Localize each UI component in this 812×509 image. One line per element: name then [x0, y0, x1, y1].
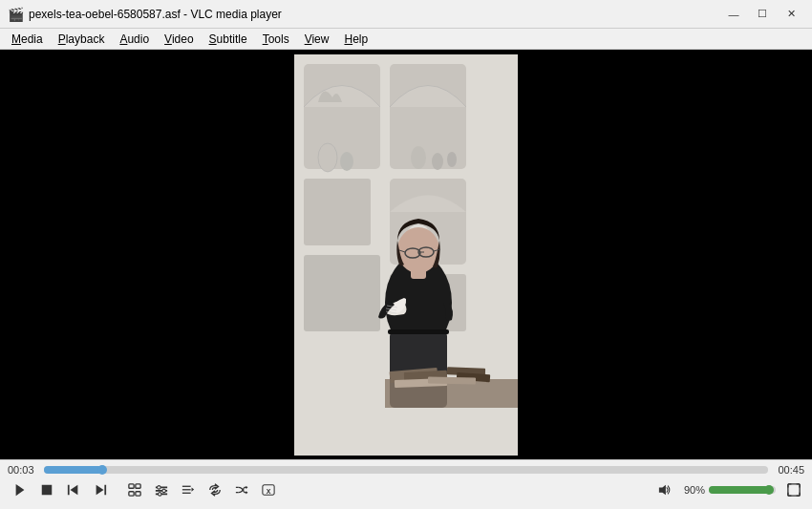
volume-button[interactable] [655, 479, 674, 500]
close-button[interactable]: ✕ [778, 5, 804, 24]
menu-media-label: Media [11, 32, 43, 46]
svg-point-11 [432, 153, 443, 170]
fullscreen-button[interactable] [783, 479, 804, 500]
svg-rect-39 [68, 485, 70, 496]
minimize-button[interactable]: — [720, 5, 747, 24]
svg-point-51 [162, 489, 166, 493]
playlist-icon [182, 483, 195, 497]
loop-icon [208, 483, 222, 497]
menu-help[interactable]: Help [336, 29, 375, 49]
svg-rect-43 [129, 484, 134, 488]
menu-media[interactable]: Media [4, 29, 51, 49]
x-button[interactable]: X [256, 479, 281, 500]
svg-marker-62 [246, 491, 247, 495]
next-button[interactable] [88, 479, 113, 500]
stop-icon [40, 483, 53, 497]
window-title: pexels-tea-oebel-6580587.asf - VLC media… [29, 8, 720, 21]
svg-rect-26 [388, 329, 449, 334]
svg-rect-44 [136, 484, 140, 488]
svg-marker-56 [192, 487, 195, 491]
svg-point-12 [447, 152, 457, 167]
fullscreen-small-button[interactable] [122, 479, 147, 500]
menu-video[interactable]: Video [157, 29, 201, 49]
loop-button[interactable] [203, 479, 227, 500]
total-time: 00:45 [774, 464, 804, 476]
maximize-button[interactable]: ☐ [749, 5, 776, 24]
menu-subtitle-label: Subtitle [209, 32, 247, 46]
progress-bar[interactable] [44, 466, 768, 474]
volume-area: 90% [655, 479, 804, 500]
stop-button[interactable] [34, 479, 59, 500]
buttons-row: X 90% [0, 477, 812, 502]
svg-rect-45 [129, 492, 134, 496]
svg-rect-4 [304, 179, 371, 245]
volume-fill [709, 486, 769, 494]
svg-rect-46 [136, 492, 140, 496]
svg-rect-55 [182, 493, 191, 494]
menu-help-label: Help [344, 32, 368, 46]
video-area [0, 50, 812, 459]
menu-tools-label: Tools [263, 32, 289, 46]
progress-handle [97, 465, 107, 475]
x-icon: X [262, 483, 275, 497]
svg-marker-40 [71, 485, 78, 496]
svg-marker-65 [659, 485, 666, 496]
random-button[interactable] [229, 479, 254, 500]
svg-rect-66 [788, 484, 800, 496]
svg-rect-53 [182, 486, 191, 487]
fullscreen-icon [128, 483, 141, 497]
menu-audio-label: Audio [119, 32, 149, 46]
controls-bar: 00:03 00:45 [0, 459, 812, 509]
next-icon [94, 483, 107, 497]
progress-fill [44, 466, 102, 474]
menu-subtitle[interactable]: Subtitle [202, 29, 255, 49]
playlist-button[interactable] [176, 479, 201, 500]
menu-tools[interactable]: Tools [255, 29, 297, 49]
menu-view[interactable]: View [297, 29, 337, 49]
play-button[interactable] [8, 479, 32, 500]
title-bar: 🎬 pexels-tea-oebel-6580587.asf - VLC med… [0, 0, 812, 29]
vlc-icon: 🎬 [8, 7, 23, 22]
menu-bar: Media Playback Audio Video Subtitle Tool… [0, 29, 812, 50]
svg-rect-2 [304, 64, 380, 169]
svg-rect-36 [428, 376, 476, 384]
svg-point-10 [411, 146, 426, 169]
video-svg [294, 54, 518, 456]
svg-marker-61 [246, 486, 247, 490]
menu-video-label: Video [164, 32, 193, 46]
random-icon [235, 483, 248, 497]
svg-marker-37 [16, 484, 25, 496]
video-content [0, 50, 812, 459]
volume-icon [658, 483, 672, 497]
play-icon [13, 483, 27, 497]
volume-handle [764, 485, 774, 495]
extended-icon [155, 483, 168, 497]
previous-icon [67, 483, 80, 497]
progress-row: 00:03 00:45 [0, 460, 812, 477]
menu-playback-label: Playback [58, 32, 105, 46]
menu-view-label: View [305, 32, 330, 46]
window-controls: — ☐ ✕ [720, 5, 804, 24]
svg-point-9 [340, 152, 353, 171]
svg-rect-38 [42, 485, 53, 496]
svg-marker-42 [96, 485, 104, 496]
svg-point-8 [318, 143, 337, 172]
current-time: 00:03 [8, 464, 38, 476]
svg-rect-6 [304, 255, 380, 331]
fullscreen-btn-icon [787, 483, 801, 497]
svg-rect-54 [182, 489, 191, 490]
svg-text:X: X [267, 488, 271, 495]
previous-button[interactable] [61, 479, 86, 500]
video-frame [294, 54, 518, 456]
volume-slider[interactable] [709, 486, 776, 494]
volume-label: 90% [678, 484, 705, 496]
menu-playback[interactable]: Playback [51, 29, 113, 49]
svg-rect-3 [390, 64, 466, 169]
svg-point-52 [159, 493, 162, 497]
extended-button[interactable] [149, 479, 174, 500]
svg-point-50 [158, 486, 161, 490]
svg-rect-41 [104, 485, 106, 496]
menu-audio[interactable]: Audio [112, 29, 157, 49]
